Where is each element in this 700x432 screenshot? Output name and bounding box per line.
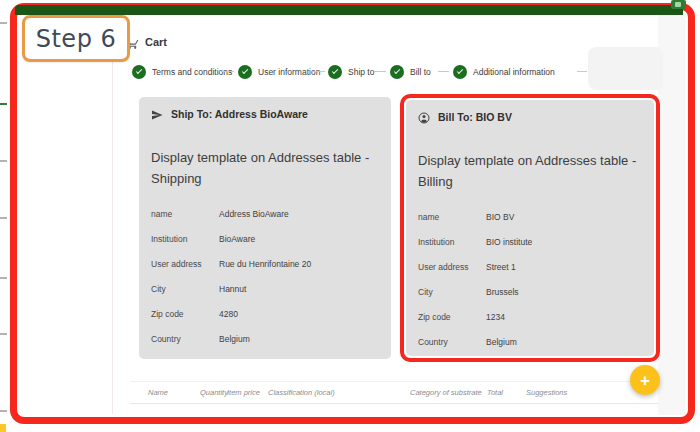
- account-circle-icon: [418, 110, 431, 123]
- field-label: User address: [418, 262, 486, 272]
- sidebar-divider: [112, 22, 113, 414]
- check-icon: [394, 68, 400, 74]
- page-header: Cart: [126, 34, 167, 50]
- field-row: User address Rue du Henrifontaine 20: [151, 251, 379, 276]
- bill-to-card-header: Bill To: BIO BV: [418, 110, 642, 123]
- check-icon: [457, 68, 463, 74]
- ruler-tick: [0, 277, 7, 279]
- field-label: Zip code: [418, 312, 486, 322]
- column-header-suggestions: Suggestions: [526, 382, 567, 404]
- step-connector: [577, 71, 587, 72]
- cart-items-table-header: Name Quantity Item price Classification …: [130, 381, 658, 404]
- field-value: Address BioAware: [219, 209, 289, 219]
- field-value: 1234: [486, 312, 505, 322]
- field-value: Hannut: [219, 284, 246, 294]
- step-user-information[interactable]: User information: [238, 64, 320, 79]
- check-icon: [332, 68, 338, 74]
- field-value: BIO BV: [486, 212, 514, 222]
- column-header-name: Name: [148, 382, 168, 404]
- step-terms-and-conditions[interactable]: Terms and conditions: [132, 64, 232, 79]
- bill-to-highlight-frame: Bill To: BIO BV Display template on Addr…: [400, 94, 660, 362]
- bill-to-card-title: Bill To: BIO BV: [438, 111, 512, 123]
- ruler-tick-green: [0, 103, 7, 105]
- step-done-icon: [132, 65, 146, 79]
- field-label: City: [418, 287, 486, 297]
- ruler-tick: [0, 410, 7, 412]
- browser-favicon-icon: [671, 0, 686, 9]
- field-row: City Hannut: [151, 276, 379, 301]
- step-additional-information[interactable]: Additional information: [453, 64, 555, 79]
- ruler-tick: [0, 160, 7, 162]
- ruler-tick: [0, 217, 7, 219]
- column-header-item-price: Item price: [227, 382, 260, 404]
- field-value: BIO institute: [486, 237, 532, 247]
- add-item-fab[interactable]: +: [630, 365, 660, 395]
- step-ship-to[interactable]: Ship to: [328, 64, 374, 79]
- step-label: Additional information: [473, 67, 555, 77]
- column-header-category-of-substrate: Category of substrate: [410, 382, 482, 404]
- field-label: name: [151, 209, 219, 219]
- field-row: Institution BIO institute: [418, 229, 642, 254]
- step-connector: [221, 71, 234, 72]
- ship-to-card: Ship To: Address BioAware Display templa…: [139, 97, 391, 359]
- send-icon: [151, 107, 164, 120]
- field-row: User address Street 1: [418, 254, 642, 279]
- step-label: Ship to: [348, 67, 374, 77]
- field-label: City: [151, 284, 219, 294]
- plus-icon: +: [640, 372, 650, 389]
- field-value: BioAware: [219, 234, 255, 244]
- field-row: name Address BioAware: [151, 201, 379, 226]
- field-label: Country: [151, 334, 219, 344]
- field-value: Belgium: [219, 334, 250, 344]
- step-done-icon: [390, 65, 404, 79]
- page-title: Cart: [145, 36, 167, 48]
- field-row: Zip code 4280: [151, 301, 379, 326]
- corner-yellow-mark: [0, 424, 6, 432]
- step-annotation-label: Step 6: [36, 25, 117, 53]
- field-value: Belgium: [486, 337, 517, 347]
- column-header-classification: Classification (local): [268, 382, 335, 404]
- check-icon: [242, 68, 248, 74]
- bill-to-card: Bill To: BIO BV Display template on Addr…: [406, 100, 654, 356]
- ship-to-card-title: Ship To: Address BioAware: [171, 108, 308, 120]
- field-row: Institution BioAware: [151, 226, 379, 251]
- ship-to-template-title: Display template on Addresses table - Sh…: [151, 147, 383, 189]
- bill-to-template-title: Display template on Addresses table - Bi…: [418, 150, 650, 192]
- field-row: Country Belgium: [418, 329, 642, 354]
- step-label: User information: [258, 67, 320, 77]
- step-done-icon: [328, 65, 342, 79]
- field-label: Institution: [151, 234, 219, 244]
- field-row: Country Belgium: [151, 326, 379, 351]
- step-connector: [374, 71, 386, 72]
- field-label: Institution: [418, 237, 486, 247]
- ship-to-fields: name Address BioAware Institution BioAwa…: [151, 201, 379, 351]
- step-done-icon: [453, 65, 467, 79]
- ruler-tick: [0, 22, 7, 24]
- column-header-quantity: Quantity: [200, 382, 228, 404]
- step-bill-to[interactable]: Bill to: [390, 64, 431, 79]
- field-value: Rue du Henrifontaine 20: [219, 259, 311, 269]
- field-label: name: [418, 212, 486, 222]
- field-label: Country: [418, 337, 486, 347]
- column-header-total: Total: [487, 382, 503, 404]
- bill-to-fields: name BIO BV Institution BIO institute Us…: [418, 204, 642, 354]
- field-value: Brussels: [486, 287, 519, 297]
- field-label: Zip code: [151, 309, 219, 319]
- field-row: name BIO BV: [418, 204, 642, 229]
- check-icon: [136, 68, 142, 74]
- field-row: City Brussels: [418, 279, 642, 304]
- field-label: User address: [151, 259, 219, 269]
- step-connector: [438, 71, 449, 72]
- step-annotation-box: Step 6: [22, 15, 130, 62]
- field-row: Zip code 1234: [418, 304, 642, 329]
- field-value: Street 1: [486, 262, 516, 272]
- step-done-icon: [238, 65, 252, 79]
- step-label: Bill to: [410, 67, 431, 77]
- active-step-chip: [588, 47, 663, 90]
- ruler-tick: [0, 333, 7, 335]
- ship-to-card-header: Ship To: Address BioAware: [151, 107, 379, 120]
- field-value: 4280: [219, 309, 238, 319]
- step-connector: [313, 71, 325, 72]
- browser-topbar: [15, 5, 683, 15]
